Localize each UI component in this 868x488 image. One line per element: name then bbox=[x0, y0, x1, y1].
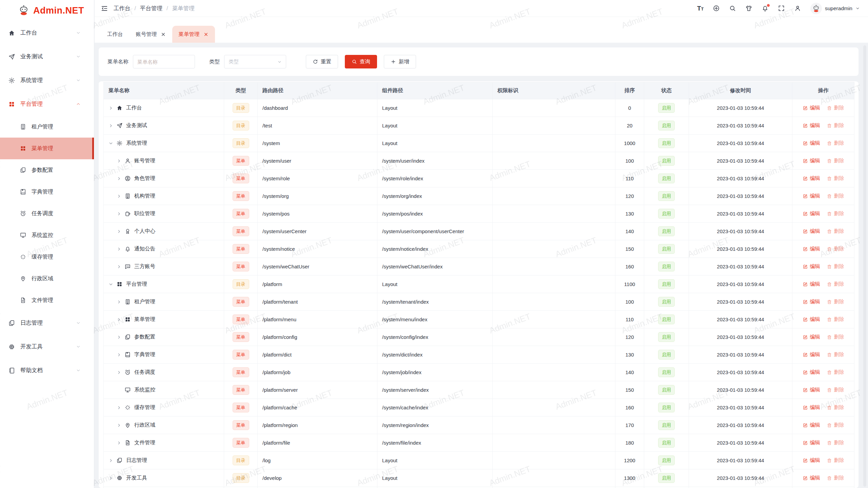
breadcrumb-platform[interactable]: 平台管理 bbox=[140, 5, 162, 12]
tab[interactable]: 工作台 bbox=[101, 26, 130, 43]
delete-button[interactable]: 删除 bbox=[827, 299, 844, 305]
sidebar-subitem[interactable]: 菜单管理 bbox=[0, 138, 94, 159]
scrollbar-thumb[interactable] bbox=[863, 45, 866, 487]
fullscreen-icon[interactable] bbox=[778, 5, 785, 12]
edit-button[interactable]: 编辑 bbox=[803, 140, 820, 146]
expand-icon[interactable] bbox=[117, 335, 121, 340]
delete-button[interactable]: 删除 bbox=[827, 351, 844, 358]
expand-icon[interactable] bbox=[117, 264, 121, 269]
sidebar-subitem[interactable]: 系统监控 bbox=[0, 224, 94, 246]
edit-button[interactable]: 编辑 bbox=[803, 281, 820, 287]
expand-icon[interactable] bbox=[117, 176, 121, 181]
expand-icon[interactable] bbox=[117, 229, 121, 234]
sidebar-subitem[interactable]: 参数配置 bbox=[0, 159, 94, 181]
font-size-icon[interactable]: TT bbox=[697, 5, 704, 12]
sidebar-subitem[interactable]: 任务调度 bbox=[0, 203, 94, 224]
sidebar-item[interactable]: 业务测试 bbox=[0, 45, 94, 68]
delete-button[interactable]: 删除 bbox=[827, 105, 844, 111]
expand-icon[interactable] bbox=[117, 211, 121, 216]
edit-button[interactable]: 编辑 bbox=[803, 351, 820, 358]
edit-button[interactable]: 编辑 bbox=[803, 387, 820, 393]
app-logo[interactable]: Admin.NET bbox=[0, 0, 94, 21]
sidebar-item[interactable]: 平台管理 bbox=[0, 92, 94, 116]
sidebar-subitem[interactable]: 文件管理 bbox=[0, 289, 94, 311]
tab-close-icon[interactable] bbox=[161, 32, 166, 37]
expand-icon[interactable] bbox=[117, 441, 121, 445]
expand-icon[interactable] bbox=[108, 106, 113, 110]
sidebar-subitem[interactable]: 行政区域 bbox=[0, 268, 94, 289]
edit-button[interactable]: 编辑 bbox=[803, 422, 820, 428]
delete-button[interactable]: 删除 bbox=[827, 158, 844, 164]
sidebar-item[interactable]: 工作台 bbox=[0, 21, 94, 45]
edit-button[interactable]: 编辑 bbox=[803, 193, 820, 199]
delete-button[interactable]: 删除 bbox=[827, 281, 844, 287]
delete-button[interactable]: 删除 bbox=[827, 475, 844, 481]
expand-icon[interactable] bbox=[108, 476, 113, 481]
search-button[interactable]: 查询 bbox=[345, 55, 377, 68]
expand-icon[interactable] bbox=[117, 423, 121, 428]
edit-button[interactable]: 编辑 bbox=[803, 299, 820, 305]
delete-button[interactable]: 删除 bbox=[827, 334, 844, 340]
delete-button[interactable]: 删除 bbox=[827, 422, 844, 428]
collapse-icon[interactable] bbox=[108, 141, 113, 146]
edit-button[interactable]: 编辑 bbox=[803, 404, 820, 411]
expand-icon[interactable] bbox=[117, 317, 121, 322]
collapse-icon[interactable] bbox=[108, 282, 113, 287]
edit-button[interactable]: 编辑 bbox=[803, 440, 820, 446]
sidebar-item[interactable]: 开发工具 bbox=[0, 335, 94, 359]
delete-button[interactable]: 删除 bbox=[827, 263, 844, 270]
delete-button[interactable]: 删除 bbox=[827, 387, 844, 393]
menu-name-input[interactable] bbox=[133, 55, 195, 68]
expand-icon[interactable] bbox=[117, 352, 121, 357]
delete-button[interactable]: 删除 bbox=[827, 457, 844, 464]
sidebar-item[interactable]: 系统管理 bbox=[0, 68, 94, 92]
expand-icon[interactable] bbox=[117, 300, 121, 304]
tab-close-icon[interactable] bbox=[203, 32, 209, 37]
reset-button[interactable]: 重置 bbox=[306, 55, 338, 68]
delete-button[interactable]: 删除 bbox=[827, 193, 844, 199]
sidebar-item[interactable]: 帮助文档 bbox=[0, 359, 94, 382]
edit-button[interactable]: 编辑 bbox=[803, 475, 820, 481]
expand-icon[interactable] bbox=[117, 405, 121, 410]
language-icon[interactable] bbox=[713, 5, 720, 12]
delete-button[interactable]: 删除 bbox=[827, 210, 844, 217]
delete-button[interactable]: 删除 bbox=[827, 316, 844, 323]
notification-icon[interactable] bbox=[762, 5, 769, 12]
delete-button[interactable]: 删除 bbox=[827, 440, 844, 446]
delete-button[interactable]: 删除 bbox=[827, 122, 844, 129]
sidebar-subitem[interactable]: 字典管理 bbox=[0, 181, 94, 203]
edit-button[interactable]: 编辑 bbox=[803, 246, 820, 252]
edit-button[interactable]: 编辑 bbox=[803, 316, 820, 323]
edit-button[interactable]: 编辑 bbox=[803, 175, 820, 182]
profile-icon[interactable] bbox=[794, 5, 801, 12]
edit-button[interactable]: 编辑 bbox=[803, 122, 820, 129]
delete-button[interactable]: 删除 bbox=[827, 228, 844, 235]
sidebar-subitem[interactable]: 租户管理 bbox=[0, 116, 94, 138]
tab[interactable]: 菜单管理 bbox=[172, 26, 215, 43]
search-icon[interactable] bbox=[729, 5, 736, 12]
expand-icon[interactable] bbox=[117, 247, 121, 251]
edit-button[interactable]: 编辑 bbox=[803, 263, 820, 270]
tab[interactable]: 账号管理 bbox=[130, 26, 172, 43]
edit-button[interactable]: 编辑 bbox=[803, 457, 820, 464]
expand-icon[interactable] bbox=[117, 194, 121, 199]
delete-button[interactable]: 删除 bbox=[827, 369, 844, 375]
delete-button[interactable]: 删除 bbox=[827, 246, 844, 252]
user-menu[interactable]: superadmin bbox=[810, 3, 860, 14]
edit-button[interactable]: 编辑 bbox=[803, 105, 820, 111]
edit-button[interactable]: 编辑 bbox=[803, 158, 820, 164]
edit-button[interactable]: 编辑 bbox=[803, 334, 820, 340]
edit-button[interactable]: 编辑 bbox=[803, 228, 820, 235]
edit-button[interactable]: 编辑 bbox=[803, 210, 820, 217]
edit-button[interactable]: 编辑 bbox=[803, 369, 820, 375]
add-button[interactable]: 新增 bbox=[384, 55, 416, 68]
sidebar-item[interactable]: 日志管理 bbox=[0, 311, 94, 335]
sidebar-subitem[interactable]: 缓存管理 bbox=[0, 246, 94, 268]
expand-icon[interactable] bbox=[117, 370, 121, 375]
delete-button[interactable]: 删除 bbox=[827, 404, 844, 411]
menu-fold-icon[interactable] bbox=[101, 5, 108, 12]
breadcrumb-workbench[interactable]: 工作台 bbox=[114, 5, 131, 12]
expand-icon[interactable] bbox=[117, 159, 121, 163]
expand-icon[interactable] bbox=[108, 458, 113, 463]
theme-icon[interactable] bbox=[745, 5, 752, 12]
